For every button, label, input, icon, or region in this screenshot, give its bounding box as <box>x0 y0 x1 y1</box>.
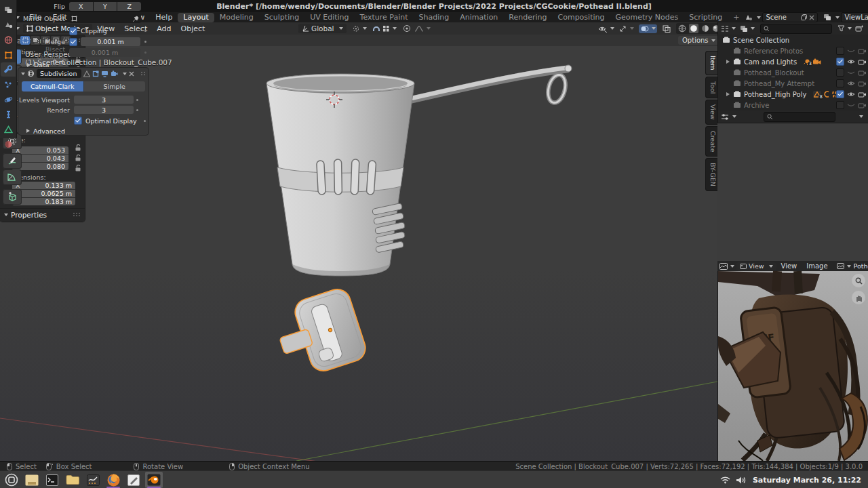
animate-dot[interactable] <box>136 99 138 101</box>
realtime-toggle-icon[interactable] <box>101 70 108 77</box>
eye-closed-icon[interactable] <box>847 102 855 108</box>
wifi-icon[interactable] <box>720 476 730 484</box>
properties-search[interactable] <box>764 112 835 122</box>
tab-world-properties[interactable] <box>1 33 16 47</box>
modifier-name-field[interactable]: Subdivision <box>37 69 81 78</box>
outliner-search[interactable] <box>760 24 832 34</box>
lock-open-icon[interactable] <box>75 165 81 171</box>
shading-material-icon[interactable] <box>701 24 709 33</box>
options-button[interactable]: Options <box>678 36 717 45</box>
text-editor-button[interactable] <box>125 472 142 488</box>
animate-dot[interactable] <box>144 41 146 43</box>
eye-open-icon[interactable] <box>847 59 855 64</box>
new-collection-button[interactable] <box>855 25 863 33</box>
workspace-tab-layout[interactable]: Layout <box>178 13 214 22</box>
properties-editor-type-button[interactable] <box>718 113 739 121</box>
viewport-menu-object[interactable]: Object <box>176 24 210 33</box>
pan-gizmo[interactable] <box>852 291 865 304</box>
image-menu-image[interactable]: Image <box>802 262 832 270</box>
image-datablock-button[interactable] <box>837 263 851 269</box>
n-tab-create[interactable]: Create <box>705 126 717 157</box>
zoom-gizmo[interactable] <box>852 274 865 287</box>
panel-grip[interactable] <box>73 212 81 217</box>
lock-open-icon[interactable] <box>75 155 81 161</box>
exclude-checkbox[interactable] <box>836 58 844 66</box>
firefox-button[interactable] <box>104 472 122 488</box>
tab-object-properties[interactable] <box>1 47 16 62</box>
modifier-extras-chevron[interactable] <box>123 73 127 75</box>
exclude-checkbox[interactable] <box>836 90 844 98</box>
advanced-row[interactable]: Advanced <box>18 126 149 136</box>
properties-panel-header[interactable]: Properties <box>0 208 85 220</box>
workspace-tab-texture-paint[interactable]: Texture Paint <box>355 13 414 22</box>
overlays-dropdown[interactable] <box>639 24 657 33</box>
tab-scene-properties[interactable] <box>1 18 16 32</box>
taskbar-clock[interactable]: Saturday March 26, 11:22 <box>753 476 861 485</box>
exclude-checkbox[interactable] <box>836 47 844 55</box>
image-display-mode-dropdown[interactable]: View <box>736 262 776 270</box>
outliner-row-reference-photos[interactable]: Reference Photos <box>718 45 868 56</box>
workspace-tab-sculpting[interactable]: Sculpting <box>259 13 304 22</box>
proportional-editing-toggle[interactable] <box>403 24 411 33</box>
tab-physics-properties[interactable] <box>1 92 16 106</box>
tool-measure[interactable] <box>3 169 22 185</box>
outliner-row-pothead-blockout[interactable]: Pothead_Blockout <box>718 67 868 78</box>
shading-wireframe-icon[interactable] <box>678 24 686 33</box>
workspace-add-button[interactable]: + <box>728 13 745 22</box>
mirror-object-field[interactable] <box>69 14 141 23</box>
proportional-falloff-dropdown[interactable] <box>414 25 431 33</box>
pivot-point-dropdown[interactable] <box>352 25 367 33</box>
outliner-search-input[interactable] <box>771 25 829 33</box>
tab-particle-properties[interactable] <box>1 77 16 92</box>
new-scene-icon[interactable] <box>801 14 807 20</box>
camera-toggle-icon[interactable] <box>858 102 866 108</box>
outliner-editor-type-button[interactable] <box>718 25 738 33</box>
workspace-tab-shading[interactable]: Shading <box>414 13 455 22</box>
outliner-row-pothead-my-attempt[interactable]: Pothead_My Attempt <box>718 78 868 89</box>
outliner-row-pothead-high-poly[interactable]: Pothead_High Poly 8 2 <box>718 89 868 100</box>
snap-settings-dropdown[interactable] <box>382 25 397 33</box>
merge-value-slider[interactable]: 0.001 m <box>81 37 140 46</box>
terminal-button[interactable] <box>43 472 61 488</box>
n-tab-item[interactable]: Item <box>705 51 717 75</box>
merge-checkbox[interactable] <box>69 38 77 46</box>
properties-search-input[interactable] <box>774 113 832 121</box>
camera-toggle-icon[interactable] <box>858 70 866 76</box>
transform-orientation-dropdown[interactable]: Global <box>298 24 347 33</box>
flip-x-button[interactable]: X <box>69 2 93 11</box>
modifier-close-icon[interactable] <box>129 71 134 77</box>
camera-toggle-icon[interactable] <box>858 92 866 98</box>
properties-options-chevron[interactable] <box>859 115 863 118</box>
outliner-display-mode-button[interactable] <box>738 25 756 33</box>
outliner-filter-button[interactable] <box>837 25 852 32</box>
edit-mode-toggle-icon[interactable] <box>92 70 99 77</box>
eyedropper-icon[interactable] <box>132 16 139 22</box>
image-editor-type-button[interactable] <box>717 263 736 270</box>
files-app-button[interactable] <box>23 472 41 488</box>
clipping-checkbox[interactable] <box>69 27 77 35</box>
show-object-types-dropdown[interactable] <box>598 25 614 33</box>
outliner-row-scene-collection[interactable]: Scene Collection <box>718 35 868 45</box>
tab-object-data-properties[interactable] <box>1 122 16 136</box>
snap-toggle[interactable] <box>372 25 380 33</box>
expand-arrow-icon[interactable] <box>725 92 730 97</box>
tab-constraint-properties[interactable] <box>1 107 16 121</box>
workspace-tab-scripting[interactable]: Scripting <box>684 13 728 22</box>
workspace-tab-rendering[interactable]: Rendering <box>503 13 552 22</box>
file-manager-button[interactable] <box>64 472 81 488</box>
n-tab-bygen[interactable]: BY-GEN <box>705 158 717 191</box>
workspace-tab-uv-editing[interactable]: UV Editing <box>304 13 354 22</box>
image-menu-view[interactable]: View <box>776 262 802 270</box>
n-tab-tool[interactable]: Tool <box>705 77 717 98</box>
camera-toggle-icon[interactable] <box>858 81 866 87</box>
shading-solid-icon[interactable] <box>689 24 698 33</box>
flip-z-button[interactable]: Z <box>117 2 141 11</box>
workspace-tab-geometry-nodes[interactable]: Geometry Nodes <box>610 13 684 22</box>
animate-dot[interactable] <box>144 30 146 32</box>
viewport-menu-add[interactable]: Add <box>152 24 176 33</box>
lock-open-icon[interactable] <box>75 144 81 151</box>
tab-view-layer-properties[interactable] <box>1 3 16 17</box>
outliner-row-archive[interactable]: Archive <box>718 100 868 110</box>
animate-dot[interactable] <box>144 52 146 54</box>
on-cage-toggle-icon[interactable] <box>83 70 90 77</box>
